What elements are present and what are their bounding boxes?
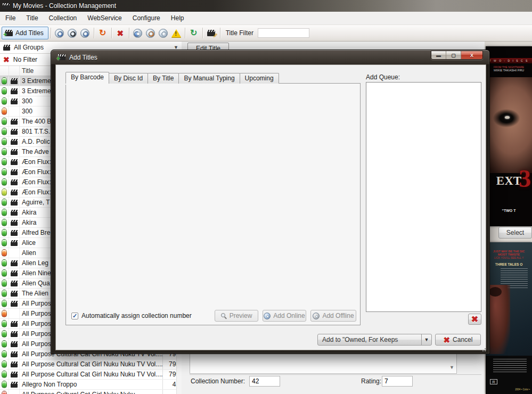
movie-icon xyxy=(11,179,18,185)
online-disc-icon xyxy=(264,313,271,319)
menu-item[interactable]: Help xyxy=(166,12,190,24)
tab[interactable]: Upcoming xyxy=(240,73,279,84)
movie-title: Allegro Non Troppo xyxy=(20,381,162,388)
disc-copy-icon[interactable] xyxy=(157,27,170,39)
movie-icon xyxy=(11,98,18,104)
movie-icon xyxy=(11,190,18,195)
movie-icon xyxy=(11,270,18,276)
disc-save-web-icon[interactable] xyxy=(79,27,92,39)
disc-web-icon[interactable] xyxy=(53,27,66,39)
menubar: FileTitleCollectionWebServiceConfigureHe… xyxy=(0,12,532,25)
movie-icon xyxy=(11,321,18,327)
tab[interactable]: By Barcode xyxy=(66,72,109,84)
status-pill xyxy=(2,249,7,257)
add-queue-list[interactable] xyxy=(366,82,481,312)
status-pill xyxy=(2,128,7,135)
disc-save-movie-icon[interactable] xyxy=(66,27,79,39)
refresh-icon[interactable]: ↻ xyxy=(187,27,200,39)
movie-icon xyxy=(11,372,18,377)
dialog-icon: + xyxy=(58,54,66,60)
tab[interactable]: By Disc Id xyxy=(109,73,148,84)
toolbar-separator xyxy=(220,28,220,38)
offline-disc-icon xyxy=(313,313,320,319)
cover-back-image: JUST MAY BE THE SIC MOST TWISTE LICK YOU… xyxy=(486,242,532,394)
status-pill xyxy=(2,391,7,394)
status-pill xyxy=(2,290,7,297)
movie-icon xyxy=(11,331,18,337)
minimize-button[interactable]: ▬ xyxy=(431,51,446,59)
movie-icon xyxy=(11,159,18,165)
dialog-titlebar[interactable]: + Add Titles xyxy=(51,50,489,64)
movie-icon xyxy=(11,382,18,388)
select-cover-button[interactable]: Select xyxy=(498,227,532,239)
menu-item[interactable]: WebService xyxy=(82,12,127,24)
warning-icon[interactable] xyxy=(170,27,183,39)
collection-number-input[interactable] xyxy=(249,376,280,387)
movie-icon xyxy=(11,291,18,297)
status-pill xyxy=(2,381,7,388)
tab[interactable]: By Manual Typing xyxy=(178,73,240,84)
scroll-down-arrow-icon[interactable]: ▼ xyxy=(449,365,454,370)
title-filter-label: Title Filter xyxy=(226,29,253,37)
app-icon xyxy=(3,3,10,9)
status-pill xyxy=(2,97,7,105)
status-pill xyxy=(2,158,7,166)
edit-title-icon[interactable]: ✎ xyxy=(205,27,218,39)
status-pill xyxy=(2,87,7,95)
movie-icon xyxy=(11,281,18,286)
collection-number-label: Collection Number: xyxy=(191,377,245,385)
resize-grip[interactable] xyxy=(482,347,487,352)
divider xyxy=(190,374,481,375)
status-pill xyxy=(2,269,7,277)
close-button[interactable]: X xyxy=(461,51,482,59)
add-titles-button[interactable]: + Add Titles xyxy=(2,27,48,39)
remove-from-queue-button[interactable]: ✖ xyxy=(468,314,481,325)
movie-icon xyxy=(11,78,18,84)
tab[interactable]: By Title xyxy=(148,73,179,84)
disc-rotate-icon[interactable] xyxy=(132,27,144,39)
movie-list-item[interactable]: All Purpose Cultural Cat Girl Nuku Nuku … xyxy=(0,359,182,370)
movie-list-item[interactable]: All Purpose Cultural Cat Girl Nuku Nuku xyxy=(0,390,182,394)
window-titlebar: My Movies - Collection Management xyxy=(0,0,532,12)
menu-item[interactable]: Title xyxy=(21,12,43,24)
window-title: My Movies - Collection Management xyxy=(13,2,116,10)
rating-input[interactable] xyxy=(382,376,413,387)
status-pill xyxy=(2,239,7,247)
by-barcode-tab-page xyxy=(66,83,361,325)
movie-icon xyxy=(11,301,18,307)
add-offline-button[interactable]: Add Offline xyxy=(310,310,356,322)
movie-icon xyxy=(11,149,18,155)
status-pill xyxy=(2,77,7,85)
add-to-collection-dropdown-button[interactable]: Add to "Owned, For Keeps ▼ xyxy=(317,334,432,346)
movie-list-item[interactable]: All Purpose Cultural Cat Girl Nuku Nuku … xyxy=(0,370,182,380)
menu-item[interactable]: File xyxy=(0,12,21,24)
status-pill xyxy=(2,178,7,186)
status-pill xyxy=(2,280,7,287)
import-export-icon[interactable]: ↻ xyxy=(96,27,109,39)
magnifier-icon xyxy=(221,313,227,319)
disc-user-icon[interactable] xyxy=(144,27,157,39)
movie-icon xyxy=(11,119,18,125)
toolbar-separator xyxy=(111,28,112,38)
add-online-button[interactable]: Add Online xyxy=(263,310,306,322)
movie-icon xyxy=(11,139,18,145)
status-pill xyxy=(2,259,7,267)
preview-button[interactable]: Preview xyxy=(215,310,258,322)
chevron-down-icon[interactable]: ▼ xyxy=(421,334,431,345)
status-pill xyxy=(2,330,7,338)
cancel-button[interactable]: ✖ Cancel xyxy=(435,334,481,346)
auto-assign-checkbox[interactable]: ✓ xyxy=(71,313,78,319)
title-filter-input[interactable] xyxy=(258,28,309,38)
movie-title: All Purpose Cultural Cat Girl Nuku Nuku … xyxy=(20,360,162,368)
menu-item[interactable]: Configure xyxy=(127,12,166,24)
menu-item[interactable]: Collection xyxy=(44,12,83,24)
status-pill xyxy=(2,148,7,155)
maximize-button[interactable]: ▢ xyxy=(446,51,461,59)
movie-list-item[interactable]: Allegro Non Troppo 41 xyxy=(0,380,182,390)
status-pill xyxy=(2,168,7,176)
delete-title-icon[interactable]: ✖ xyxy=(114,27,127,39)
status-pill xyxy=(2,138,7,145)
add-titles-dialog: + Add Titles ▬ ▢ X By BarcodeBy Disc IdB… xyxy=(51,50,490,354)
status-pill xyxy=(2,229,7,236)
movie-icon xyxy=(11,240,18,246)
